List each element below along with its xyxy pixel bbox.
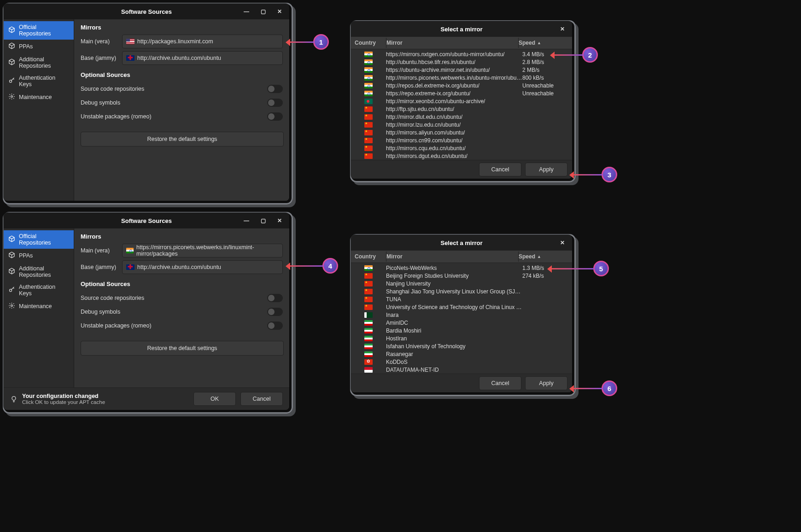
minimize-button[interactable]: — bbox=[240, 215, 253, 226]
mirror-row[interactable]: https://ubuntu-archive.mirror.net.in/ubu… bbox=[355, 66, 568, 74]
mirror-row[interactable]: http://mirror.lzu.edu.cn/ubuntu/ bbox=[355, 121, 568, 129]
toggle-unstable[interactable] bbox=[267, 112, 283, 121]
mirror-url: http://mirror.dlut.edu.cn/ubuntu/ bbox=[382, 114, 522, 120]
mirror-row[interactable]: Inara bbox=[355, 311, 568, 319]
mirror-row[interactable]: HostIran bbox=[355, 334, 568, 342]
main-mirror-input[interactable]: https://mirrors.piconets.webwerks.in/lin… bbox=[122, 244, 283, 257]
mirror-url: Beijing Foreign Studies University bbox=[382, 273, 522, 279]
header-mirror[interactable]: Mirror bbox=[386, 251, 519, 262]
base-repo-label: Base (jammy) bbox=[81, 55, 117, 61]
mirror-row[interactable]: http://mirrors.dgut.edu.cn/ubuntu/ bbox=[355, 152, 568, 160]
mirror-row[interactable]: Isfahan University of Technology bbox=[355, 342, 568, 350]
mirror-row[interactable]: PicoNets-WebWerks1.3 MB/s bbox=[355, 264, 568, 272]
window-title: Software Sources bbox=[121, 8, 172, 15]
section-optional-title: Optional Sources bbox=[81, 281, 283, 287]
mirror-row[interactable]: https://mirrors.nxtgen.com/ubuntu-mirror… bbox=[355, 50, 568, 58]
ok-button[interactable]: OK bbox=[193, 392, 236, 406]
mirror-row[interactable]: DATAUTAMA-NET-ID bbox=[355, 366, 568, 374]
cn-flag-icon bbox=[364, 138, 373, 143]
mirror-url: http://ubuntu.hbcse.tifr.res.in/ubuntu/ bbox=[382, 59, 522, 65]
mirror-row[interactable]: Shanghai Jiao Tong University Linux User… bbox=[355, 287, 568, 295]
svg-point-0 bbox=[10, 80, 12, 82]
sidebar-item-ppas[interactable]: PPAs bbox=[4, 40, 74, 53]
in-flag-icon bbox=[364, 83, 373, 88]
config-changed-subtitle: Click OK to update your APT cache bbox=[22, 399, 189, 405]
mirror-row[interactable]: AminIDC bbox=[355, 319, 568, 327]
close-button[interactable]: ✕ bbox=[273, 215, 286, 226]
toggle-source-code[interactable] bbox=[267, 85, 283, 93]
header-speed[interactable]: Speed▲ bbox=[519, 38, 568, 48]
mirror-row[interactable]: http://ubuntu.hbcse.tifr.res.in/ubuntu/2… bbox=[355, 58, 568, 66]
apply-button[interactable]: Apply bbox=[525, 163, 567, 176]
mirror-url: AminIDC bbox=[382, 320, 522, 326]
header-mirror[interactable]: Mirror bbox=[386, 38, 519, 48]
mirror-row[interactable]: Rasanegar bbox=[355, 350, 568, 358]
restore-defaults-button[interactable]: Restore the default settings bbox=[81, 132, 284, 146]
sidebar-item-maintenance[interactable]: Maintenance bbox=[4, 90, 74, 104]
header-country[interactable]: Country bbox=[355, 251, 386, 262]
mirror-row[interactable]: University of Science and Technology of … bbox=[355, 303, 568, 311]
toggle-debug-symbols[interactable] bbox=[267, 99, 283, 107]
close-button[interactable]: ✕ bbox=[555, 23, 569, 35]
mirror-speed: 2 MB/s bbox=[522, 67, 568, 73]
in-flag-icon bbox=[364, 75, 373, 81]
sidebar-item-label: Additional Repositories bbox=[19, 56, 69, 69]
ir-flag-icon bbox=[364, 351, 373, 357]
cancel-button[interactable]: Cancel bbox=[240, 392, 283, 406]
mirror-row[interactable]: http://mirrors.aliyun.com/ubuntu/ bbox=[355, 129, 568, 136]
sidebar-item-authentication-keys[interactable]: Authentication Keys bbox=[4, 72, 74, 90]
header-speed[interactable]: Speed▲ bbox=[519, 251, 568, 262]
cancel-button[interactable]: Cancel bbox=[479, 163, 521, 176]
apply-button[interactable]: Apply bbox=[525, 376, 567, 390]
sidebar-item-label: Additional Repositories bbox=[19, 265, 69, 278]
base-mirror-input[interactable]: http://archive.ubuntu.com/ubuntu bbox=[122, 260, 283, 274]
table-header: Country Mirror Speed▲ bbox=[351, 251, 572, 263]
mirror-row[interactable]: http://mirrors.piconets.webwerks.in/ubun… bbox=[355, 74, 568, 82]
option-source-code: Source code repositories bbox=[81, 86, 144, 92]
cancel-button[interactable]: Cancel bbox=[479, 376, 521, 390]
restore-defaults-button[interactable]: Restore the default settings bbox=[81, 341, 284, 356]
close-button[interactable]: ✕ bbox=[273, 6, 286, 17]
sidebar-item-official-repositories[interactable]: Official Repositories bbox=[4, 21, 74, 40]
us-flag-icon bbox=[126, 39, 134, 44]
sidebar-item-authentication-keys[interactable]: Authentication Keys bbox=[4, 281, 74, 299]
mirror-row[interactable]: Beijing Foreign Studies University274 kB… bbox=[355, 272, 568, 280]
mirror-row[interactable]: http://ftp.sjtu.edu.cn/ubuntu/ bbox=[355, 105, 568, 113]
sidebar-item-label: Maintenance bbox=[19, 94, 52, 100]
toggle-source-code[interactable] bbox=[267, 294, 283, 302]
mirror-row[interactable]: TUNA bbox=[355, 295, 568, 303]
sidebar: Official RepositoriesPPAsAdditional Repo… bbox=[4, 228, 74, 387]
mirror-row[interactable]: Nanjing University bbox=[355, 280, 568, 287]
base-mirror-input[interactable]: http://archive.ubuntu.com/ubuntu bbox=[122, 51, 283, 65]
mirror-row[interactable]: http://mirrors.cn99.com/ubuntu/ bbox=[355, 136, 568, 144]
header-country[interactable]: Country bbox=[355, 38, 386, 48]
main-mirror-input[interactable]: http://packages.linuxmint.com bbox=[122, 35, 283, 48]
cn-flag-icon bbox=[364, 153, 373, 159]
sidebar-item-additional-repositories[interactable]: Additional Repositories bbox=[4, 263, 74, 281]
toggle-unstable[interactable] bbox=[267, 322, 283, 330]
mirror-row[interactable]: http://repos.del.extreme-ix.org/ubuntu/U… bbox=[355, 82, 568, 89]
mirror-row[interactable]: KoDDoS bbox=[355, 358, 568, 366]
dialog-title: Select a mirror bbox=[440, 240, 482, 246]
mirror-row[interactable]: http://mirrors.cqu.edu.cn/ubuntu/ bbox=[355, 144, 568, 152]
mirror-row[interactable]: http://mirror.dlut.edu.cn/ubuntu/ bbox=[355, 113, 568, 121]
cube-icon bbox=[8, 26, 15, 35]
config-changed-message: Your configuration changed Click OK to u… bbox=[22, 393, 189, 405]
mirror-row[interactable]: http://mirror.xeonbd.com/ubuntu-archive/ bbox=[355, 97, 568, 105]
sidebar-item-ppas[interactable]: PPAs bbox=[4, 249, 74, 263]
mirror-list[interactable]: PicoNets-WebWerks1.3 MB/sBeijing Foreign… bbox=[351, 263, 572, 374]
sidebar-item-maintenance[interactable]: Maintenance bbox=[4, 299, 74, 313]
maximize-button[interactable]: ▢ bbox=[256, 6, 270, 17]
maximize-button[interactable]: ▢ bbox=[256, 215, 270, 226]
option-source-code: Source code repositories bbox=[81, 295, 144, 301]
mirror-url: http://mirrors.dgut.edu.cn/ubuntu/ bbox=[382, 153, 522, 159]
sidebar-item-additional-repositories[interactable]: Additional Repositories bbox=[4, 53, 74, 72]
sidebar-item-official-repositories[interactable]: Official Repositories bbox=[4, 230, 74, 249]
section-optional-title: Optional Sources bbox=[81, 71, 283, 78]
close-button[interactable]: ✕ bbox=[555, 237, 569, 248]
mirror-row[interactable]: https://repo.extreme-ix.org/ubuntu/Unrea… bbox=[355, 89, 568, 97]
toggle-debug-symbols[interactable] bbox=[267, 308, 283, 316]
mirror-list[interactable]: https://mirrors.nxtgen.com/ubuntu-mirror… bbox=[351, 49, 572, 160]
minimize-button[interactable]: — bbox=[240, 6, 253, 17]
mirror-row[interactable]: Bardia Moshiri bbox=[355, 327, 568, 334]
